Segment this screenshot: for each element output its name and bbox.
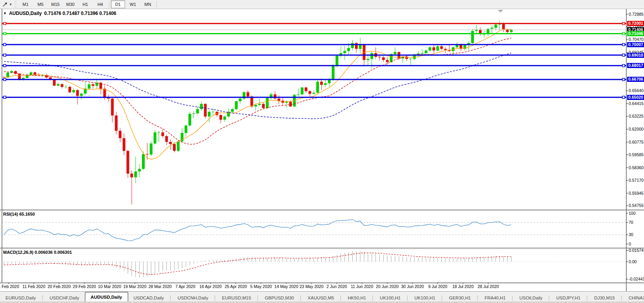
candle-body [359, 44, 362, 49]
candle-body [219, 115, 222, 120]
timeframe-button-m5[interactable]: M5 [33, 0, 48, 8]
level-handle[interactable] [4, 96, 6, 98]
level-handle[interactable] [622, 65, 625, 67]
candle-body [29, 72, 32, 75]
candle-body [196, 109, 199, 113]
candle-body [134, 172, 137, 177]
level-handle[interactable] [622, 32, 625, 35]
timeframe-button-h4[interactable]: H4 [93, 0, 107, 8]
candle-body [235, 101, 238, 109]
tab-separator: │ [477, 296, 479, 302]
chart-tab-hk50-h1[interactable]: HK50,H1 [342, 294, 372, 302]
chart-tab-dj30-m15[interactable]: DJ30,M15 [589, 294, 620, 302]
timeframe-button-h1[interactable]: H1 [78, 0, 92, 8]
candle-body [498, 24, 501, 24]
candle-body [347, 48, 350, 51]
candle-body [386, 60, 389, 62]
level-handle[interactable] [4, 22, 6, 25]
candle-body [247, 92, 249, 96]
tab-separator: │ [372, 296, 374, 302]
chart-tab-eurusd-daily[interactable]: EURUSD,Daily [0, 294, 41, 302]
toolbar-grip-handle[interactable] [15, 1, 17, 7]
candle-body [309, 91, 311, 94]
tab-separator: │ [169, 296, 172, 302]
candle-body [165, 136, 168, 142]
candle-body [131, 174, 133, 177]
chart-tab-usdcad-daily[interactable]: USDCAD,Daily [128, 294, 169, 302]
level-handle[interactable] [622, 96, 625, 98]
candle-body [343, 51, 346, 53]
candle-body [92, 84, 94, 86]
price-chart[interactable] [0, 0, 644, 303]
candle-body [297, 94, 300, 95]
level-handle[interactable] [622, 43, 625, 46]
chevron-down-icon[interactable]: ▼ [9, 3, 12, 6]
toolbar-separator [156, 1, 157, 7]
chart-tab-usdjpy-h1[interactable]: USDJPY,H1 [551, 294, 586, 302]
candle-body [378, 57, 381, 57]
candle-body [394, 52, 396, 54]
chart-tab-ger30-h1[interactable]: GER30,H1 [443, 294, 477, 302]
chart-tab-audusd-daily[interactable]: AUDUSD,Daily [85, 292, 128, 302]
chart-tab-usoil-daily[interactable]: USOil,Daily [514, 294, 548, 302]
candle-body [158, 132, 160, 133]
chart-tab-eurusd-m15[interactable]: EURUSD,M15 [217, 294, 257, 302]
moving-average-55-line [4, 53, 511, 119]
chart-tab-fra40-h1[interactable]: FRA40,H1 [479, 294, 511, 302]
candle-body [231, 109, 234, 112]
candle-body [289, 102, 292, 107]
chart-tab-usdcnh-daily[interactable]: USDCNH,Daily [172, 294, 214, 302]
level-handle[interactable] [622, 22, 625, 25]
candle-body [432, 47, 435, 50]
candle-body [254, 105, 257, 107]
tab-separator: │ [441, 296, 443, 302]
candle-body [57, 84, 59, 86]
timeframe-button-d1[interactable]: D1 [111, 0, 125, 8]
candle-body [278, 98, 280, 100]
candle-body [173, 144, 176, 151]
tab-separator: │ [620, 296, 623, 302]
moving-average-21-line [4, 38, 511, 144]
level-handle[interactable] [4, 32, 6, 35]
level-handle[interactable] [622, 54, 625, 56]
candle-body [127, 151, 129, 174]
candle-body [502, 24, 505, 29]
candle-body [223, 116, 226, 120]
chart-tab-uk100-h1[interactable]: UK100,H1 [409, 294, 441, 302]
tab-separator: │ [586, 296, 589, 302]
timeframe-button-mn[interactable]: MN [141, 0, 155, 8]
candle-body [429, 47, 431, 50]
candle-body [72, 90, 75, 92]
candle-body [111, 98, 114, 115]
candle-body [115, 115, 118, 131]
candle-body [64, 87, 67, 87]
candle-body [494, 24, 497, 28]
chart-shift-marker-icon[interactable] [498, 10, 503, 13]
chart-tab-china300-h4[interactable]: CHINA300,H4 [623, 294, 644, 302]
level-handle[interactable] [622, 78, 625, 81]
chart-tab-uk100-h1[interactable]: UK100,H1 [374, 294, 406, 302]
level-handle[interactable] [4, 43, 6, 46]
timeframe-button-m1[interactable]: M1 [18, 0, 33, 8]
level-handle[interactable] [4, 54, 6, 56]
timeframe-button-w1[interactable]: W1 [126, 0, 140, 8]
chart-tab-xauusd-m5[interactable]: XAUUSD,M5 [302, 294, 340, 302]
tab-separator: │ [548, 296, 551, 302]
candle-body [274, 94, 276, 99]
candle-body [68, 87, 71, 92]
candle-body [200, 104, 203, 109]
level-handle[interactable] [4, 78, 6, 81]
tab-separator: │ [511, 296, 514, 302]
candle-body [250, 96, 253, 107]
candle-body [305, 87, 307, 91]
level-handle[interactable] [4, 65, 6, 67]
timeframe-button-m30[interactable]: M30 [63, 0, 77, 8]
timeframe-button-m15[interactable]: M15 [48, 0, 63, 8]
chart-tab-gbpusd-m30[interactable]: GBPUSD,M30 [259, 294, 300, 302]
candle-body [192, 113, 195, 114]
toolbar-separator [109, 1, 109, 7]
chart-tab-usdchf-daily[interactable]: USDCHF,Daily [44, 294, 85, 302]
chart-cursor-icon[interactable] [1, 1, 9, 8]
candle-body [475, 30, 478, 31]
candle-body [258, 104, 261, 105]
